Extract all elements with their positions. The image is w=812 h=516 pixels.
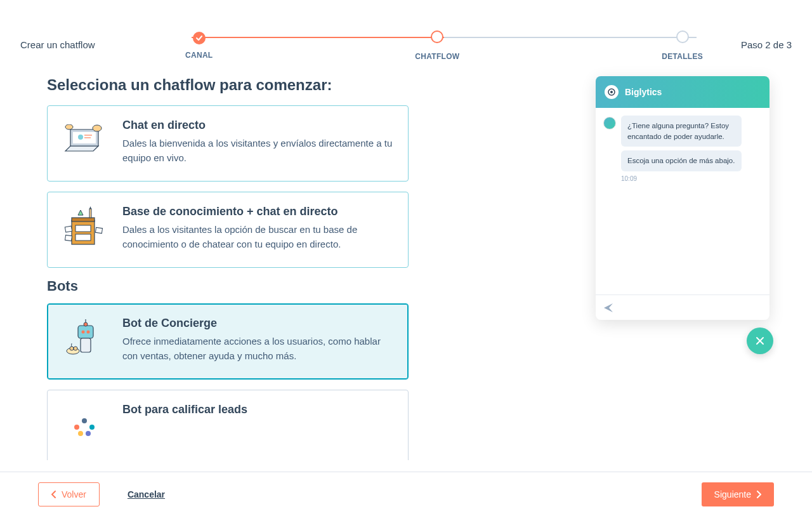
step-chatflow[interactable]: CHATFLOW (415, 30, 459, 61)
send-icon (603, 303, 613, 313)
card-title: Chat en directo (122, 119, 393, 132)
svg-point-24 (70, 347, 74, 350)
svg-marker-13 (89, 206, 91, 209)
step-pending-icon (676, 30, 689, 43)
concierge-bot-icon (60, 317, 108, 365)
svg-rect-16 (95, 227, 102, 233)
svg-point-3 (78, 135, 83, 140)
svg-point-25 (74, 347, 77, 350)
cancel-button-label: Cancelar (128, 489, 165, 499)
svg-rect-15 (65, 235, 72, 241)
back-button-label: Volver (62, 489, 86, 499)
option-live-chat[interactable]: Chat en directo Dales la bienvenida a lo… (47, 105, 409, 182)
svg-point-6 (93, 125, 102, 131)
bot-avatar-icon (603, 117, 616, 129)
svg-point-18 (82, 331, 85, 334)
stepper-segment-2 (444, 37, 697, 38)
qualify-leads-icon (60, 403, 108, 451)
svg-rect-14 (65, 226, 72, 232)
card-title: Base de conocimiento + chat en directo (122, 205, 393, 218)
svg-rect-10 (75, 225, 91, 232)
chat-preview-widget: Biglytics ¿Tiene alguna pregunta? Estoy … (596, 76, 769, 320)
step-label-canal: CANAL (185, 51, 213, 60)
svg-point-27 (74, 425, 79, 430)
card-title: Bot de Concierge (122, 317, 393, 330)
chat-timestamp: 10:09 (621, 175, 762, 182)
bots-heading: Bots (47, 278, 409, 294)
svg-point-21 (84, 322, 88, 326)
card-title: Bot para calificar leads (122, 403, 393, 416)
svg-point-7 (65, 124, 73, 129)
step-label-chatflow: CHATFLOW (415, 52, 459, 61)
step-done-icon (193, 32, 206, 44)
step-counter: Paso 2 de 3 (703, 25, 792, 50)
step-canal[interactable]: CANAL (185, 32, 213, 60)
chevron-right-icon (756, 491, 761, 498)
svg-point-26 (82, 418, 87, 423)
main-content: Selecciona un chatflow para comenzar: (0, 63, 812, 460)
card-desc: Ofrece inmediatamente acciones a los usu… (122, 334, 393, 364)
step-label-detalles: DETALLES (662, 52, 703, 61)
knowledgebase-icon (60, 205, 108, 253)
wizard-stepper: CANAL CHATFLOW DETALLES (185, 30, 703, 61)
svg-rect-20 (81, 338, 91, 352)
svg-point-28 (89, 425, 95, 430)
svg-rect-12 (89, 209, 91, 218)
chat-message: ¿Tiene alguna pregunta? Estoy encantado … (621, 116, 742, 147)
chatflow-options-panel: Selecciona un chatflow para comenzar: (47, 76, 409, 460)
chat-brand-avatar (605, 85, 619, 99)
chat-header: Biglytics (596, 76, 769, 108)
svg-marker-0 (65, 146, 98, 151)
svg-rect-4 (84, 135, 92, 136)
wizard-footer: Volver Cancelar Siguiente (0, 472, 812, 516)
card-desc: Dales la bienvenida a los visitantes y e… (122, 136, 393, 166)
stepper-segment-1 (192, 37, 444, 38)
laptop-chat-icon (60, 119, 108, 167)
svg-rect-5 (84, 137, 91, 138)
page-heading: Selecciona un chatflow para comenzar: (47, 76, 409, 94)
option-kb-live-chat[interactable]: Base de conocimiento + chat en directo D… (47, 192, 409, 268)
svg-point-30 (86, 431, 91, 436)
step-detalles[interactable]: DETALLES (662, 30, 703, 61)
next-button[interactable]: Siguiente (702, 482, 774, 506)
chevron-left-icon (51, 491, 56, 498)
chat-close-button[interactable] (747, 327, 773, 354)
option-qualify-leads-bot[interactable]: Bot para calificar leads (47, 390, 409, 460)
next-button-label: Siguiente (714, 489, 751, 499)
chat-message: Escoja una opción de más abajo. (621, 150, 742, 171)
svg-point-32 (610, 91, 613, 93)
step-active-icon (431, 30, 443, 43)
chat-brand-name: Biglytics (625, 87, 662, 97)
chat-body: ¿Tiene alguna pregunta? Estoy encantado … (596, 108, 769, 294)
wizard-title: Crear un chatflow (20, 25, 185, 50)
option-concierge-bot[interactable]: Bot de Concierge Ofrece inmediatamente a… (47, 303, 409, 380)
svg-rect-11 (75, 234, 91, 241)
back-button[interactable]: Volver (38, 482, 100, 506)
svg-point-19 (87, 331, 90, 334)
chat-input-area[interactable] (596, 294, 769, 320)
preview-panel: Biglytics ¿Tiene alguna pregunta? Estoy … (409, 76, 773, 460)
card-desc: Dales a los visitantes la opción de busc… (122, 222, 393, 252)
close-icon (755, 336, 765, 346)
svg-rect-9 (72, 218, 95, 222)
svg-rect-17 (78, 326, 93, 338)
svg-point-29 (78, 431, 83, 436)
cancel-button[interactable]: Cancelar (115, 482, 178, 506)
wizard-header: Crear un chatflow CANAL CHATFLOW DETALLE… (0, 0, 812, 63)
